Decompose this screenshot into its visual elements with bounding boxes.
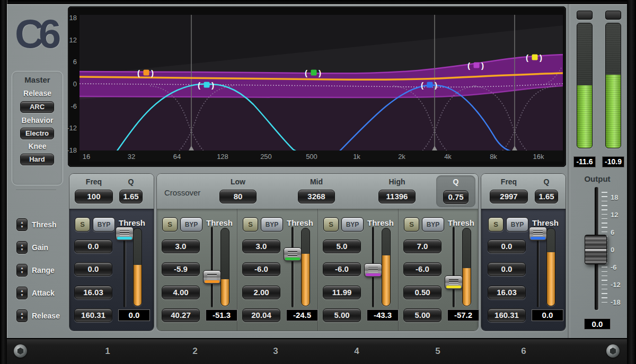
output-scale-6: 6 xyxy=(611,228,626,236)
thresh-stepper[interactable]: ▲▼ xyxy=(16,218,28,231)
band-4-release-value[interactable]: 5.00 xyxy=(323,308,361,322)
svg-text:-18: -18 xyxy=(68,146,77,154)
output-readout[interactable]: 0.0 xyxy=(584,318,611,330)
band-1-thresh-readout[interactable]: 0.0 xyxy=(118,309,150,321)
band-1-thresh-fader-handle[interactable] xyxy=(116,227,134,241)
release-param-label: Release xyxy=(32,312,60,320)
band-4-range-value[interactable]: -6.0 xyxy=(323,262,361,276)
band-1-range-value[interactable]: 0.0 xyxy=(74,262,112,276)
band-4-solo-button[interactable]: S xyxy=(323,217,339,232)
range-stepper[interactable]: ▲▼ xyxy=(16,264,28,277)
band-1-gain-value[interactable]: 0.0 xyxy=(74,239,112,253)
band-2-node[interactable] xyxy=(144,70,149,76)
band-5-attack-value[interactable]: 0.50 xyxy=(403,286,441,299)
svg-text:(: ( xyxy=(305,68,307,77)
param-row-attack: ▲▼ Attack xyxy=(16,287,67,299)
hard-button[interactable]: Hard xyxy=(20,154,54,165)
svg-text:16k: 16k xyxy=(533,153,544,161)
clip-indicator-left[interactable] xyxy=(577,11,593,20)
band-3-gain-value[interactable]: 3.0 xyxy=(242,239,280,253)
band-1-bypass-button[interactable]: BYP xyxy=(93,217,115,232)
c6-plugin-window: C6 Master Release ARC Behavior Electro K… xyxy=(0,0,636,364)
band-6-gain-value[interactable]: 0.0 xyxy=(488,239,526,253)
band-1-node[interactable] xyxy=(204,82,210,88)
band-2-thresh-readout[interactable]: -51.3 xyxy=(206,309,237,321)
band-2-thresh-fader-track[interactable] xyxy=(211,227,213,307)
band-5-range-value[interactable]: -6.0 xyxy=(403,262,441,276)
band-4-bypass-button[interactable]: BYP xyxy=(341,217,364,232)
band-6-node[interactable] xyxy=(427,82,433,88)
band-6-meter xyxy=(546,228,555,306)
band-5-bypass-button[interactable]: BYP xyxy=(422,217,444,232)
band-6-meter-fill xyxy=(547,252,555,306)
arc-button[interactable]: ARC xyxy=(20,101,54,113)
output-fader-handle[interactable] xyxy=(585,235,607,264)
band-4-node[interactable] xyxy=(474,63,480,68)
band-4-attack-value[interactable]: 11.99 xyxy=(323,286,361,299)
band-2-gain-value[interactable]: 3.0 xyxy=(162,239,200,253)
band-1-solo-button[interactable]: S xyxy=(75,217,90,232)
c6-logo: C6 xyxy=(15,10,68,58)
band-5-solo-button[interactable]: S xyxy=(404,217,419,232)
band-5-color-stripe xyxy=(446,286,461,288)
band-2-range-value[interactable]: -5.9 xyxy=(162,262,200,276)
svg-text:(: ( xyxy=(421,81,423,90)
band-5-release-value[interactable]: 5.00 xyxy=(403,308,441,322)
band-6-thresh-readout[interactable]: 0.0 xyxy=(532,309,563,321)
band-4-thresh-readout[interactable]: -43.3 xyxy=(367,309,399,321)
band-6-bypass-button[interactable]: BYP xyxy=(506,217,528,232)
band-5-node[interactable] xyxy=(532,55,538,60)
band-1-color-stripe xyxy=(117,237,132,239)
band-2-solo-button[interactable]: S xyxy=(162,217,178,232)
band-6-attack-value[interactable]: 16.03 xyxy=(488,286,526,299)
band-3-thresh-readout[interactable]: -24.5 xyxy=(286,309,318,321)
output-scale-18: 18 xyxy=(611,193,626,201)
band-5-thresh-fader-track[interactable] xyxy=(453,227,455,307)
meter-readout-left: -11.6 xyxy=(573,156,596,167)
band-2-thresh-label: Thresh xyxy=(203,218,236,227)
band-3-bypass-button[interactable]: BYP xyxy=(261,217,283,232)
svg-text:16: 16 xyxy=(83,153,90,161)
master-title: Master xyxy=(12,75,63,84)
band-3-node[interactable] xyxy=(311,70,317,76)
band-2-bypass-button[interactable]: BYP xyxy=(180,217,202,232)
band-4-thresh-fader-handle[interactable] xyxy=(364,263,382,277)
band-3-release-value[interactable]: 20.04 xyxy=(242,308,280,322)
band-3-attack-value[interactable]: 2.00 xyxy=(242,286,280,299)
release-stepper[interactable]: ▲▼ xyxy=(16,309,28,322)
band-3-range-value[interactable]: -6.0 xyxy=(242,262,280,276)
attack-stepper[interactable]: ▲▼ xyxy=(16,287,28,299)
band-5-thresh-fader-handle[interactable] xyxy=(445,276,463,289)
band-3-solo-button[interactable]: S xyxy=(243,217,258,232)
band-5-gain-value[interactable]: 7.0 xyxy=(403,239,441,253)
band-number-6: 6 xyxy=(513,346,534,357)
band-1-release-value[interactable]: 160.31 xyxy=(74,308,112,322)
electro-button[interactable]: Electro xyxy=(20,128,54,139)
clip-indicator-right[interactable] xyxy=(605,11,621,20)
svg-text:): ) xyxy=(211,81,214,90)
meter-section-divider xyxy=(568,4,570,338)
screw-right xyxy=(606,344,620,358)
band-6-range-value[interactable]: 0.0 xyxy=(488,262,526,276)
band-1-attack-value[interactable]: 16.03 xyxy=(74,286,112,299)
svg-text:1k: 1k xyxy=(353,153,360,161)
output-scale-0: 0 xyxy=(611,246,626,253)
band-4-gain-value[interactable]: 5.0 xyxy=(323,239,361,253)
band-2-thresh-fader-handle[interactable] xyxy=(203,270,221,284)
band-6-release-value[interactable]: 160.31 xyxy=(488,308,526,322)
param-row-gain: ▲▼ Gain xyxy=(16,241,67,254)
band-6-thresh-fader-handle[interactable] xyxy=(529,227,547,241)
svg-text:500: 500 xyxy=(306,153,317,161)
knee-label: Knee xyxy=(12,142,63,150)
band-5-thresh-readout[interactable]: -57.2 xyxy=(447,309,479,321)
band-2-attack-value[interactable]: 4.00 xyxy=(162,286,200,299)
band-6-solo-button[interactable]: S xyxy=(488,217,504,232)
band-3-controls: S BYP Thresh 3.0 -6.0 2.00 20.04 -24.5 xyxy=(237,173,317,331)
band-5-meter xyxy=(462,228,471,306)
gain-stepper[interactable]: ▲▼ xyxy=(16,241,28,254)
band-3-thresh-fader-track[interactable] xyxy=(292,227,294,307)
bezel-left xyxy=(0,0,7,364)
band-3-thresh-fader-handle[interactable] xyxy=(284,247,302,261)
band-2-release-value[interactable]: 40.27 xyxy=(162,308,200,322)
svg-text:(: ( xyxy=(137,68,140,77)
